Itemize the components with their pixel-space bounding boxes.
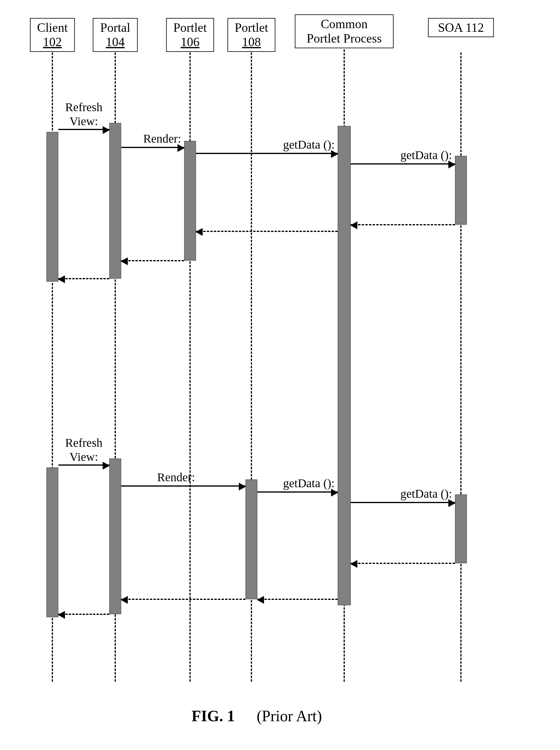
arrowhead-icon [350,221,357,229]
activation-client-2 [46,468,58,617]
arrowhead-icon [121,596,128,604]
participant-portlet2: Portlet 108 [227,18,275,52]
msg-getdata-2a: getData (): [257,491,338,493]
msg-label: View: [65,114,102,128]
msg-label: Refresh [65,436,102,450]
return-soa-cpp-1 [351,224,455,225]
participant-portlet1: Portlet 106 [166,18,214,52]
return-portlet2-portal-2 [121,599,245,600]
activation-client-1 [46,132,58,282]
activation-cpp [338,126,351,605]
arrowhead-icon [331,150,338,158]
participant-cpp: Common Portlet Process [295,14,394,48]
arrowhead-icon [58,611,65,619]
lifeline-soa [460,53,461,682]
arrowhead-icon [178,144,185,152]
msg-label: getData (): [283,138,335,152]
activation-portlet2-2 [245,479,257,599]
msg-label: getData (): [283,476,335,490]
return-soa-cpp-2 [351,563,455,564]
arrowhead-icon [103,126,110,134]
participant-label: SOA 112 [431,20,491,35]
msg-label: Render: [143,132,181,145]
activation-portal-2 [109,458,121,614]
activation-soa-2 [455,494,467,563]
participant-client: Client 102 [30,18,75,52]
msg-refresh-view-2: Refresh View: [58,465,109,466]
participant-ref: 106 [169,35,211,49]
activation-portal-1 [109,123,121,279]
arrowhead-icon [331,489,338,496]
msg-label: Refresh [65,100,102,114]
participant-portal: Portal 104 [93,18,138,52]
figure-caption: FIG. 1 (Prior Art) [191,707,322,725]
arrowhead-icon [103,462,110,470]
return-portal-client-1 [58,278,109,279]
arrowhead-icon [195,228,203,236]
msg-getdata-2b: getData (): [351,502,455,503]
msg-getdata-1b: getData (): [351,163,455,164]
msg-render-1: Render: [121,147,184,148]
figure-prior-art: (Prior Art) [256,708,322,725]
return-cpp-portlet2-2 [257,599,338,600]
arrowhead-icon [257,596,264,604]
activation-portlet1-1 [184,141,196,261]
participant-label: Client [33,20,72,35]
arrowhead-icon [448,499,456,507]
return-portal-client-2 [58,614,109,615]
participant-ref: 108 [230,35,272,49]
arrowhead-icon [121,257,128,265]
msg-label: getData (): [400,148,452,162]
participant-ref: 104 [96,35,135,49]
return-cpp-portlet1-1 [196,231,338,232]
arrowhead-icon [350,560,357,568]
figure-number: FIG. 1 [191,708,235,725]
arrowhead-icon [239,483,246,491]
participant-label: Portlet Process [298,31,391,45]
return-portlet1-portal-1 [121,260,184,261]
participant-soa: SOA 112 [428,18,494,37]
activation-soa-1 [455,156,467,225]
participant-label: Portal [96,20,135,35]
participant-label: Portlet [230,20,272,35]
msg-label: View: [65,450,102,464]
arrowhead-icon [448,161,456,169]
participant-label: Portlet [169,20,211,35]
msg-getdata-1a: getData (): [196,153,338,154]
sequence-diagram: Client 102 Portal 104 Portlet 106 Portle… [0,0,560,750]
participant-label: Common [298,17,391,31]
participant-ref: 102 [33,35,72,49]
msg-label: Render: [157,470,195,484]
msg-render-2: Render: [121,486,245,487]
msg-refresh-view-1: Refresh View: [58,129,109,130]
msg-label: getData (): [400,487,452,501]
arrowhead-icon [58,275,65,283]
